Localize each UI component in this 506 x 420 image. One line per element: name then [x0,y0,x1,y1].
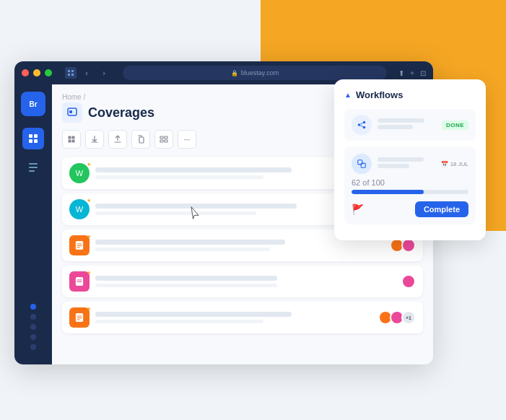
wf2-bars [378,157,435,170]
workflow-row-1: DONE [352,115,468,135]
file-name-bar-5 [95,312,292,317]
file-info-4 [95,276,398,287]
sidebar-nav-dots [30,304,36,357]
nav-back[interactable]: ‹ [79,66,94,80]
flag-icon: 🚩 [352,204,364,215]
svg-rect-20 [160,140,163,142]
sidebar-dot-1 [30,304,36,310]
svg-rect-6 [29,139,32,143]
svg-rect-18 [160,136,163,139]
wf-footer: 🚩 Complete [352,201,468,217]
svg-point-34 [363,121,366,124]
svg-rect-2 [68,74,70,76]
dot-green[interactable] [45,69,52,76]
svg-line-36 [360,123,363,124]
browser-grid-icon [65,67,77,79]
share-icon[interactable]: ⬆ [398,69,404,77]
svg-rect-7 [34,139,38,143]
svg-rect-4 [29,134,32,138]
svg-rect-32 [77,320,80,320]
svg-rect-15 [69,140,71,143]
sidebar-logo: Br [21,92,45,116]
svg-rect-31 [77,318,82,318]
svg-rect-10 [29,170,35,172]
file-info-2 [95,204,364,215]
svg-point-33 [358,123,361,126]
svg-rect-38 [358,160,362,165]
sidebar-dot-2 [30,314,36,320]
file-row-5[interactable]: ★ +1 [62,302,423,333]
wf-bar-1 [378,118,424,123]
file-row-4[interactable]: ★ [62,266,423,297]
sidebar-home-btn[interactable] [22,128,44,149]
file-icon-4: ★ [69,271,90,292]
toolbar-upload-btn[interactable] [108,130,127,149]
workflows-toggle-icon[interactable]: ▲ [344,91,352,99]
add-tab-icon[interactable]: ＋ [409,68,416,78]
progress-bar-fill [352,190,424,194]
wf2-top: 📅 18 JUL [352,154,468,174]
file-icon-3: ★ [69,235,90,255]
svg-rect-17 [139,137,144,143]
toolbar-copy-btn[interactable] [131,130,150,149]
svg-rect-3 [71,74,74,76]
sidebar-dot-5 [30,344,36,350]
svg-rect-28 [77,281,82,282]
file-sub-bar-2 [95,211,256,215]
svg-rect-19 [165,136,167,139]
svg-rect-39 [361,163,365,167]
svg-line-37 [360,126,363,127]
sidebar-files-btn[interactable] [22,157,44,178]
file-icon-1: W★ [69,163,90,183]
file-name-bar-2 [95,204,297,209]
workflow-item-1: DONE [344,109,476,141]
toolbar-grid-btn[interactable] [62,130,81,149]
svg-rect-25 [77,248,80,248]
extensions-icon[interactable]: ⊡ [420,69,426,77]
svg-rect-1 [71,70,74,72]
file-avatars-4 [404,274,416,289]
file-sub-bar-3 [95,248,270,251]
svg-rect-9 [29,167,38,168]
sidebar-dot-3 [30,324,36,330]
svg-rect-13 [69,136,71,139]
file-name-bar-4 [95,276,277,281]
wf-icon-1 [352,115,372,135]
toolbar-view-btn[interactable] [154,130,173,149]
address-text: bluestay.com [241,69,279,76]
coverages-icon [62,102,82,123]
svg-rect-0 [68,70,70,72]
file-sub-bar-4 [95,284,277,287]
toolbar-more-btn[interactable]: ··· [178,130,196,149]
wf-date: 📅 18 JUL [441,161,468,167]
sidebar: Br [14,84,52,364]
svg-rect-12 [69,110,72,113]
file-sub-bar-1 [95,175,263,179]
file-icon-5: ★ [69,307,90,328]
workflows-title: Workflows [356,89,404,100]
sidebar-dot-4 [30,334,36,340]
file-name-bar-3 [95,240,285,245]
complete-button[interactable]: Complete [415,201,468,217]
wf-bar-2 [378,125,413,129]
svg-rect-24 [77,245,82,246]
wf2-bar-2 [378,164,409,168]
dot-red[interactable] [22,69,29,76]
wf2-icon [352,154,372,174]
svg-rect-8 [29,163,38,165]
dot-yellow[interactable] [33,69,40,76]
file-info-3 [95,240,387,251]
wf-bars-1 [378,118,436,131]
file-name-bar-1 [95,167,292,172]
address-bar[interactable]: 🔒 bluestay.com [123,66,387,80]
svg-point-35 [363,126,366,129]
progress-label: 62 of 100 [352,178,468,187]
workflow-item-2: 📅 18 JUL 62 of 100 🚩 Complete [344,146,476,224]
wf-done-badge: DONE [442,121,468,130]
file-info-1 [95,167,375,179]
nav-forward[interactable]: › [97,66,111,80]
avatar-8 [401,274,416,289]
calendar-icon: 📅 [441,161,448,167]
toolbar-download-btn[interactable] [85,130,104,149]
browser-actions: ⬆ ＋ ⊡ [398,68,426,78]
